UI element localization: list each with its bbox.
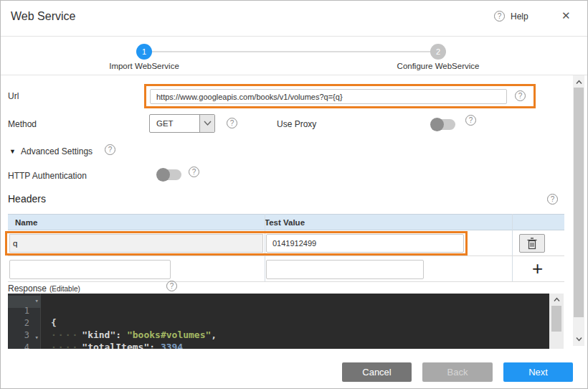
page-scroll-thumb[interactable]: [574, 88, 584, 317]
response-code-editor[interactable]: 1 ▾ { 2 "kind": "books#volumes", 3 "tota…: [8, 294, 564, 349]
help-link[interactable]: Help: [511, 11, 528, 22]
table-row-divider: [8, 281, 564, 282]
http-authentication-help-icon[interactable]: ?: [189, 167, 199, 177]
header-row-test-value-input[interactable]: [266, 234, 464, 253]
wizard-step-2-label: Configure WebService: [374, 62, 503, 70]
wizard-step-1-circle[interactable]: 1: [136, 44, 152, 60]
column-header-test-value: Test Value: [265, 218, 305, 227]
response-label: Response: [8, 283, 47, 294]
titlebar-divider: [1, 36, 588, 37]
scroll-down-icon[interactable]: [573, 335, 584, 343]
line-gutter: 3: [8, 320, 41, 332]
toggle-knob: [156, 168, 170, 182]
editor-scrollbar[interactable]: [549, 294, 564, 349]
method-help-icon[interactable]: ?: [227, 118, 237, 128]
toggle-knob: [430, 118, 444, 131]
wizard-step-2-circle[interactable]: 2: [430, 44, 446, 60]
url-input[interactable]: [150, 89, 507, 104]
url-label: Url: [8, 91, 19, 101]
code-line[interactable]: 2 "kind": "books#volumes",: [8, 308, 564, 320]
code-line[interactable]: 4 ▾ "items": [: [8, 332, 564, 345]
method-selected-value: GET: [156, 119, 174, 128]
headers-table-header-row: Name Test Value: [8, 214, 564, 230]
headers-help-icon[interactable]: ?: [547, 194, 558, 205]
response-help-icon[interactable]: ?: [166, 281, 177, 291]
wizard-connector: [144, 51, 438, 52]
table-column-divider: [265, 214, 265, 282]
use-proxy-label: Use Proxy: [277, 119, 316, 129]
use-proxy-help-icon[interactable]: ?: [465, 115, 476, 126]
web-service-dialog: Web Service ? Help ✕ 1 2 Import WebServi…: [0, 0, 588, 389]
table-column-divider: [512, 214, 513, 282]
wizard-step-1-label: Import WebService: [80, 62, 209, 70]
advanced-settings-label[interactable]: Advanced Settings: [21, 146, 93, 156]
line-gutter: 2: [8, 308, 41, 320]
method-select[interactable]: GET: [149, 114, 215, 133]
dialog-title: Web Service: [11, 10, 75, 23]
header-row-name-cell[interactable]: q: [9, 234, 263, 253]
chevron-down-icon[interactable]: [199, 115, 214, 132]
new-header-test-value-input[interactable]: [266, 260, 424, 279]
fold-icon[interactable]: ▾: [35, 334, 39, 341]
cancel-button[interactable]: Cancel: [342, 362, 412, 382]
use-proxy-toggle[interactable]: [431, 119, 455, 130]
add-row-button[interactable]: +: [532, 259, 543, 278]
code-line[interactable]: 1 ▾ {: [8, 296, 564, 308]
wizard-divider: [1, 75, 588, 75]
delete-row-button[interactable]: [519, 234, 545, 253]
url-help-icon[interactable]: ?: [515, 90, 526, 101]
code-line[interactable]: 3 "totalItems": 3394,: [8, 320, 564, 332]
close-icon[interactable]: ✕: [561, 9, 571, 22]
page-scrollbar[interactable]: [573, 75, 584, 346]
column-header-name: Name: [15, 218, 37, 227]
fold-icon[interactable]: ▾: [35, 297, 39, 304]
line-gutter: 1 ▾: [8, 296, 41, 308]
headers-title: Headers: [8, 193, 46, 205]
advanced-settings-help-icon[interactable]: ?: [105, 144, 115, 155]
new-header-name-input[interactable]: [9, 260, 171, 279]
table-row-divider: [8, 256, 564, 256]
editor-scroll-thumb[interactable]: [551, 306, 561, 332]
http-authentication-label: HTTP Authentication: [8, 171, 87, 181]
http-authentication-toggle[interactable]: [157, 169, 181, 180]
scroll-up-icon[interactable]: [573, 78, 584, 86]
trash-icon: [520, 235, 544, 252]
next-button[interactable]: Next: [503, 362, 573, 382]
line-gutter: 4 ▾: [8, 332, 41, 345]
response-editable-label: (Editable): [49, 285, 80, 293]
collapse-triangle-icon[interactable]: ▼: [9, 148, 16, 155]
back-button[interactable]: Back: [422, 362, 493, 382]
line-number: 4: [24, 342, 29, 349]
help-icon[interactable]: ?: [494, 11, 505, 22]
scroll-up-icon[interactable]: [549, 296, 564, 304]
method-label: Method: [8, 119, 37, 129]
